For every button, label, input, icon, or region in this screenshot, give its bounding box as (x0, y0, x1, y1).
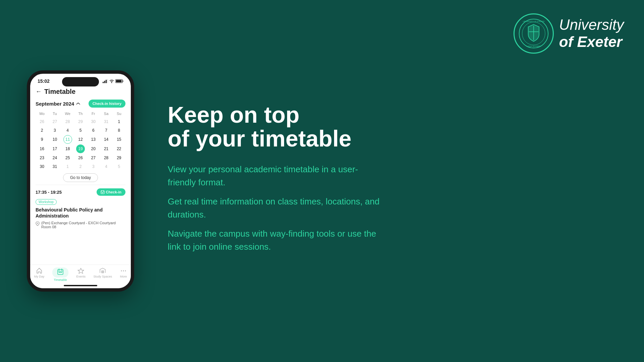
phone-notch (62, 77, 99, 86)
nav-item-events[interactable]: Events (76, 267, 86, 282)
phone-mockup: 15:02 (27, 70, 134, 292)
svg-rect-12 (116, 80, 122, 82)
cal-day[interactable]: 27 (52, 118, 58, 126)
cal-day[interactable]: 3 (53, 126, 57, 134)
cal-day[interactable]: 23 (39, 154, 45, 162)
app-header: ← Timetable (36, 85, 125, 100)
svg-marker-24 (78, 268, 84, 274)
emblem-svg: UNIVERSITY OF EXETER LUCEM SEQUIMUR (519, 18, 549, 49)
cal-day[interactable]: 21 (103, 145, 109, 153)
cal-day[interactable]: 22 (116, 145, 122, 153)
cal-day[interactable]: 13 (91, 135, 96, 143)
svg-point-29 (123, 270, 124, 272)
signal-icon (103, 79, 108, 83)
cal-day-today[interactable]: 11 (63, 135, 72, 144)
nav-item-more[interactable]: More (120, 267, 127, 282)
timetable-icon (57, 268, 64, 275)
checkin-button[interactable]: Check-in (97, 188, 125, 196)
cal-day-selected[interactable]: 19 (76, 144, 85, 153)
svg-rect-21 (59, 272, 60, 273)
cal-day[interactable]: 29 (116, 154, 122, 162)
weekday-th: Th (74, 111, 87, 116)
headline: Keep on top of your timetable (168, 103, 386, 151)
cal-day[interactable]: 25 (65, 154, 70, 162)
weekday-tu: Tu (48, 111, 61, 116)
cal-day[interactable]: 28 (65, 118, 70, 126)
chevron-up-icon[interactable] (76, 102, 80, 105)
cal-day[interactable]: 3 (92, 163, 95, 171)
cal-day[interactable]: 30 (39, 163, 45, 171)
cal-day[interactable]: 2 (40, 126, 44, 134)
svg-point-30 (125, 270, 126, 272)
nav-label-timetable: Timetable (54, 278, 67, 282)
battery-icon (115, 79, 123, 83)
events-icon (77, 267, 84, 274)
nav-label-more: More (120, 275, 127, 278)
svg-rect-23 (61, 272, 62, 273)
cal-day[interactable]: 28 (103, 154, 109, 162)
cal-day[interactable]: 24 (52, 154, 58, 162)
nav-item-timetable[interactable]: Timetable (52, 267, 68, 282)
university-name: University of Exeter (559, 16, 624, 50)
cal-day[interactable]: 27 (91, 154, 96, 162)
studyspaces-icon (99, 267, 106, 274)
svg-rect-6 (103, 82, 104, 83)
cal-day[interactable]: 18 (65, 145, 70, 153)
cal-day[interactable]: 1 (66, 163, 69, 171)
go-today-button[interactable]: Go to today (63, 173, 98, 182)
cal-day[interactable]: 4 (104, 163, 108, 171)
cal-day[interactable]: 7 (104, 126, 108, 134)
svg-text:UNIVERSITY OF EXETER: UNIVERSITY OF EXETER (523, 20, 544, 22)
event-name: Behavioural Public Policy and Administra… (36, 207, 125, 219)
cal-day[interactable]: 26 (39, 118, 45, 126)
cal-day[interactable]: 31 (103, 118, 109, 126)
calendar: Mo Tu We Th Fr Sa Su 26 27 28 29 30 31 1 (36, 111, 125, 171)
university-logo: UNIVERSITY OF EXETER LUCEM SEQUIMUR Univ… (514, 13, 624, 54)
cal-day[interactable]: 29 (77, 118, 83, 126)
cal-day[interactable]: 4 (66, 126, 69, 134)
cal-day[interactable]: 31 (52, 163, 58, 171)
home-icon (36, 267, 43, 274)
university-emblem: UNIVERSITY OF EXETER LUCEM SEQUIMUR (514, 13, 554, 54)
cal-day[interactable]: 2 (79, 163, 83, 171)
status-icons (103, 79, 123, 83)
body-text-3: Navigate the campus with way-finding too… (168, 227, 386, 253)
weekday-mo: Mo (36, 111, 48, 116)
cal-day[interactable]: 14 (103, 135, 109, 143)
nav-item-studyspaces[interactable]: Study Spaces (94, 267, 112, 282)
cal-day[interactable]: 10 (52, 135, 58, 143)
cal-day[interactable]: 20 (91, 145, 96, 153)
cal-day[interactable]: 5 (117, 163, 121, 171)
cal-day[interactable]: 30 (91, 118, 96, 126)
cal-day[interactable]: 6 (92, 126, 95, 134)
cal-day[interactable]: 16 (39, 145, 45, 153)
back-arrow-icon[interactable]: ← (36, 88, 42, 95)
cal-day[interactable]: 26 (77, 154, 83, 162)
location-icon (36, 221, 40, 226)
cal-day[interactable]: 8 (117, 126, 121, 134)
cal-day[interactable]: 12 (77, 135, 83, 143)
app-content: ← Timetable September 2024 Check-in hist… (30, 85, 131, 283)
svg-rect-11 (123, 80, 123, 82)
cal-day[interactable]: 17 (52, 145, 58, 153)
more-icon (120, 267, 127, 274)
cal-day[interactable]: 9 (40, 135, 44, 143)
weekday-we: We (61, 111, 74, 116)
svg-rect-8 (106, 80, 107, 83)
body-text-1: View your personal academic timetable in… (168, 163, 386, 189)
nav-label-events: Events (76, 275, 86, 278)
event-location: (Pen) Exchange Courtyard - EXCH Courtyar… (36, 221, 125, 229)
cal-day[interactable]: 1 (117, 118, 121, 126)
body-text-2: Get real time information on class times… (168, 195, 386, 221)
cal-day[interactable]: 5 (79, 126, 83, 134)
weekday-fr: Fr (87, 111, 100, 116)
svg-text:LUCEM SEQUIMUR: LUCEM SEQUIMUR (527, 46, 541, 47)
status-time: 15:02 (38, 78, 50, 84)
checkin-history-button[interactable]: Check-in history (89, 100, 125, 108)
calendar-weekdays: Mo Tu We Th Fr Sa Su (36, 111, 125, 116)
cal-day[interactable]: 15 (116, 135, 122, 143)
svg-rect-7 (104, 81, 105, 83)
svg-rect-9 (107, 79, 108, 83)
nav-label-myday: My Day (34, 275, 45, 278)
nav-item-myday[interactable]: My Day (34, 267, 45, 282)
